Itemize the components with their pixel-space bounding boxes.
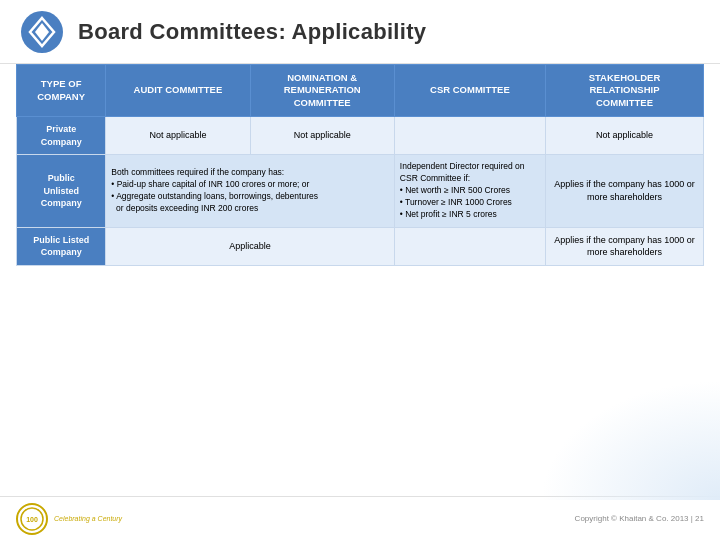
col-header-nomination: NOMINATION &REMUNERATIONCOMMITTEE [250, 65, 394, 117]
audit-nomination-unlisted: Both committees required if the company … [106, 155, 395, 227]
col-header-stakeholder: STAKEHOLDERRELATIONSHIPCOMMITTEE [545, 65, 703, 117]
table-container: TYPE OFCOMPANY AUDIT COMMITTEE NOMINATIO… [0, 64, 720, 496]
stakeholder-unlisted: Applies if the company has 1000 or more … [545, 155, 703, 227]
page-title: Board Committees: Applicability [78, 19, 426, 45]
table-row: PrivateCompany Not applicable Not applic… [17, 117, 704, 155]
nomination-private: Not applicable [250, 117, 394, 155]
footer-logo: 100 Celebrating a Century [16, 503, 122, 535]
audit-nomination-listed: Applicable [106, 227, 395, 265]
company-logo-icon [20, 10, 64, 54]
table-row: Public ListedCompany Applicable Applies … [17, 227, 704, 265]
svg-text:100: 100 [26, 516, 38, 523]
page: Board Committees: Applicability TYPE OFC… [0, 0, 720, 540]
csr-listed [394, 227, 545, 265]
csr-unlisted: Independent Director required on CSR Com… [394, 155, 545, 227]
company-type-unlisted: PublicUnlistedCompany [17, 155, 106, 227]
header: Board Committees: Applicability [0, 0, 720, 64]
company-type-listed: Public ListedCompany [17, 227, 106, 265]
footer-logo-text: Celebrating a Century [54, 514, 122, 523]
stakeholder-private: Not applicable [545, 117, 703, 155]
copyright-text: Copyright © Khaitan & Co. 2013 | 21 [575, 514, 704, 523]
footer: 100 Celebrating a Century Copyright © Kh… [0, 496, 720, 540]
applicability-table: TYPE OFCOMPANY AUDIT COMMITTEE NOMINATIO… [16, 64, 704, 266]
col-header-audit: AUDIT COMMITTEE [106, 65, 250, 117]
col-header-type: TYPE OFCOMPANY [17, 65, 106, 117]
col-header-csr: CSR COMMITTEE [394, 65, 545, 117]
audit-private: Not applicable [106, 117, 250, 155]
century-logo-icon: 100 [16, 503, 48, 535]
csr-private [394, 117, 545, 155]
table-header-row: TYPE OFCOMPANY AUDIT COMMITTEE NOMINATIO… [17, 65, 704, 117]
stakeholder-listed: Applies if the company has 1000 or more … [545, 227, 703, 265]
table-row: PublicUnlistedCompany Both committees re… [17, 155, 704, 227]
company-type-private: PrivateCompany [17, 117, 106, 155]
